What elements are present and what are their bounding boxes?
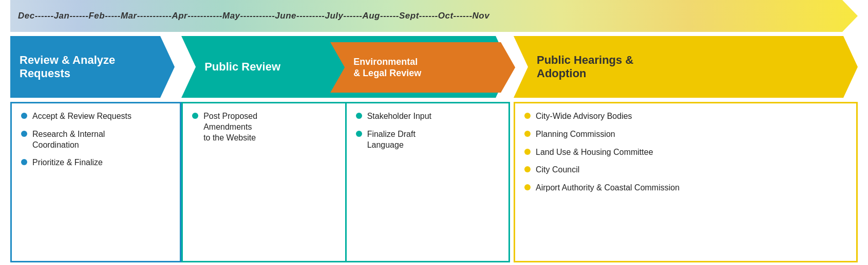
phase3-item-3: Land Use & Housing Committee — [536, 147, 653, 158]
phase2-item-2: Stakeholder Input — [367, 111, 431, 122]
list-item: Airport Authority & Coastal Commission — [524, 183, 847, 193]
phase2-boxes: Post ProposedAmendmentsto the Website St… — [181, 102, 510, 262]
phase2b-title: Environmental& Legal Review — [353, 56, 421, 79]
bullet-icon — [524, 166, 531, 172]
phase2-item-3: Finalize DraftLanguage — [367, 129, 416, 151]
timeline-bar: Dec------Jan------Feb-----Mar-----------… — [10, 0, 858, 32]
timeline-label: Dec------Jan------Feb-----Mar-----------… — [18, 11, 489, 21]
content-area: Review & AnalyzeRequests Accept & Review… — [10, 36, 858, 262]
phase3-item-2: Planning Commission — [536, 129, 615, 140]
list-item: Post ProposedAmendmentsto the Website — [192, 111, 336, 143]
phase1-item-2: Research & InternalCoordination — [32, 129, 105, 151]
bullet-icon — [192, 113, 198, 119]
list-item: City-Wide Advisory Bodies — [524, 111, 847, 122]
list-item: City Council — [524, 165, 847, 175]
phase3-list: City-Wide Advisory Bodies Planning Commi… — [514, 102, 858, 262]
list-item: Accept & Review Requests — [21, 111, 171, 122]
phase2-right-list: Stakeholder Input Finalize DraftLanguage — [347, 102, 511, 262]
bullet-icon — [524, 131, 531, 137]
phase2-item-1: Post ProposedAmendmentsto the Website — [203, 111, 257, 143]
list-item: Land Use & Housing Committee — [524, 147, 847, 158]
phase3-arrow: Public Hearings &Adoption — [514, 36, 858, 98]
list-item: Research & InternalCoordination — [21, 129, 171, 151]
bullet-icon — [21, 159, 27, 165]
phase1-item-3: Prioritize & Finalize — [32, 157, 103, 168]
bullet-icon — [21, 131, 27, 137]
phase1-column: Review & AnalyzeRequests Accept & Review… — [10, 36, 181, 262]
phase1-list: Accept & Review Requests Research & Inte… — [10, 102, 181, 262]
list-item: Prioritize & Finalize — [21, 157, 171, 168]
phase2-column: Public Review Environmental& Legal Revie… — [181, 36, 508, 262]
phase3-item-5: Airport Authority & Coastal Commission — [536, 183, 680, 193]
main-wrapper: Dec------Jan------Feb-----Mar-----------… — [0, 0, 868, 265]
list-item: Finalize DraftLanguage — [356, 129, 500, 151]
bullet-icon — [524, 113, 531, 119]
phase2-left-list: Post ProposedAmendmentsto the Website — [181, 102, 347, 262]
bullet-icon — [524, 184, 531, 190]
list-item: Stakeholder Input — [356, 111, 500, 122]
bullet-icon — [524, 149, 531, 155]
phase1-item-1: Accept & Review Requests — [32, 111, 131, 122]
phase2-title: Public Review — [204, 60, 280, 74]
phase1-title: Review & AnalyzeRequests — [20, 54, 115, 81]
phase2b-arrow: Environmental& Legal Review — [330, 42, 515, 93]
phase1-arrow: Review & AnalyzeRequests — [10, 36, 175, 98]
bullet-icon — [356, 131, 362, 137]
list-item: Planning Commission — [524, 129, 847, 140]
phase3-item-4: City Council — [536, 165, 579, 175]
phase3-column: Public Hearings &Adoption City-Wide Advi… — [514, 36, 858, 262]
phase3-title: Public Hearings &Adoption — [537, 54, 633, 81]
bullet-icon — [21, 113, 27, 119]
timeline-text: Dec------Jan------Feb-----Mar-----------… — [10, 0, 858, 32]
bullet-icon — [356, 113, 362, 119]
phase3-item-1: City-Wide Advisory Bodies — [536, 111, 632, 122]
